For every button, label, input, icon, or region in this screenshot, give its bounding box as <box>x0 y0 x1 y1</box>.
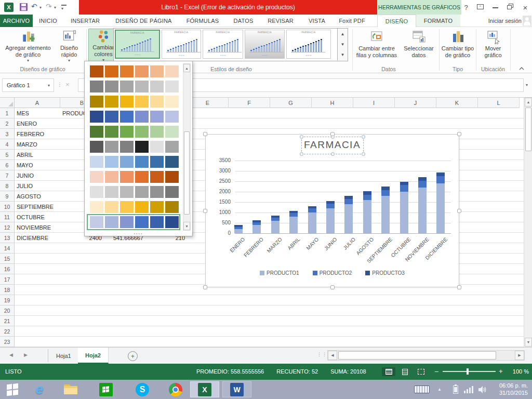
move-chart-button[interactable]: Mover gráfico <box>478 29 508 63</box>
color-swatch[interactable] <box>135 216 149 228</box>
row-header-3[interactable]: 3 <box>0 129 15 139</box>
row-header-22[interactable]: 22 <box>0 326 15 337</box>
color-swatch[interactable] <box>120 65 134 77</box>
row-header-18[interactable]: 18 <box>0 285 15 295</box>
color-swatch[interactable] <box>120 141 134 153</box>
network-signal-icon[interactable] <box>464 386 473 393</box>
grid-cell-A12[interactable]: NOVIEMBRE <box>15 222 60 233</box>
row-header-16[interactable]: 16 <box>0 264 15 274</box>
chart-bar-segment-producto1[interactable] <box>326 208 335 233</box>
horizontal-scrollbar[interactable]: ◀ ▶ <box>327 350 525 361</box>
color-swatch[interactable] <box>90 126 103 138</box>
chart-title[interactable]: FARMACIA <box>206 139 459 151</box>
taskbar-internet-explorer[interactable]: e <box>25 381 54 397</box>
color-swatch[interactable] <box>150 201 164 213</box>
ribbon-tab-revisar[interactable]: REVISAR <box>261 15 300 27</box>
color-swatch[interactable] <box>135 81 149 92</box>
color-swatch[interactable] <box>120 156 134 168</box>
chart-bar-segment-producto2[interactable] <box>418 181 427 188</box>
legend-item-producto1[interactable]: PRODUCTO1 <box>260 270 299 276</box>
chart-selection-handle[interactable] <box>330 285 335 289</box>
color-palette-row-11[interactable] <box>90 216 179 228</box>
chart-bar-segment-producto1[interactable] <box>344 204 353 233</box>
color-swatch[interactable] <box>120 201 134 213</box>
chart-bar-segment-producto2[interactable] <box>326 204 335 208</box>
column-header-L[interactable]: L <box>478 98 520 108</box>
color-palette-row-9[interactable] <box>90 186 179 198</box>
name-box[interactable]: Gráfico 1 ▾ <box>2 78 54 92</box>
color-swatch[interactable] <box>90 216 103 228</box>
excel-logo-icon[interactable]: X <box>4 3 14 12</box>
chart-style-thumbnail-5[interactable]: FARMACIA▪▪ ▪▪ ▪▪ <box>286 30 331 59</box>
chart-bar-segment-producto1[interactable] <box>418 188 427 233</box>
color-swatch[interactable] <box>135 201 149 213</box>
color-swatch[interactable] <box>105 111 118 123</box>
page-break-view-button[interactable] <box>414 367 428 376</box>
scroll-up-icon[interactable]: ▲ <box>525 98 532 107</box>
color-swatch[interactable] <box>90 96 103 108</box>
color-palette-row-7[interactable] <box>90 156 179 168</box>
chart-bar-segment-producto1[interactable] <box>308 212 316 233</box>
gallery-more-icon[interactable]: ▼ <box>337 49 348 60</box>
color-swatch[interactable] <box>90 81 103 92</box>
color-swatch[interactable] <box>165 186 179 198</box>
vertical-scroll-thumb[interactable] <box>525 108 531 151</box>
status-stat-0[interactable]: PROMEDIO: 558.5555556 <box>196 368 264 375</box>
page-layout-view-button[interactable] <box>398 367 411 376</box>
chart-bar-segment-producto3[interactable] <box>418 177 427 181</box>
select-data-button[interactable]: Seleccionar datos <box>400 29 437 63</box>
undo-icon[interactable]: ↶ <box>31 2 37 10</box>
taskbar-chrome[interactable] <box>161 381 190 397</box>
chart-style-thumbnail-4[interactable]: FARMACIA▪▪ ▪▪ ▪▪ <box>245 30 285 59</box>
chart-selection-handle[interactable] <box>203 209 207 213</box>
chart-selection-handle[interactable] <box>330 132 335 136</box>
chart-bar-segment-producto3[interactable] <box>252 220 261 222</box>
sheet-nav-left-icon[interactable]: ◀ <box>9 352 13 357</box>
chart-selection-handle[interactable] <box>457 209 461 213</box>
chart-bar-segment-producto3[interactable] <box>363 191 371 195</box>
column-header-H[interactable]: H <box>312 98 353 108</box>
chart-bar-segment-producto2[interactable] <box>436 176 445 183</box>
color-swatch[interactable] <box>150 96 164 108</box>
color-palette-row-3[interactable] <box>90 96 179 108</box>
zoom-slider-thumb[interactable] <box>467 368 469 375</box>
column-header-E[interactable]: E <box>187 98 229 108</box>
sheet-nav-right-icon[interactable]: ▶ <box>24 352 28 357</box>
zoom-in-button[interactable]: + <box>499 367 503 375</box>
ribbon-tab-dise-o-de-p-gina[interactable]: DISEÑO DE PÁGINA <box>109 15 178 27</box>
color-swatch[interactable] <box>135 156 149 168</box>
menu-scrollbar[interactable]: ▲ ▼ <box>183 63 191 231</box>
color-swatch[interactable] <box>90 171 103 183</box>
qat-customize-caret-icon[interactable]: ▾ <box>61 6 63 11</box>
chart-style-thumbnail-1[interactable]: FARMACIA▪▪ ▪▪ ▪▪ <box>115 30 160 59</box>
color-swatch[interactable] <box>135 141 149 153</box>
color-swatch[interactable] <box>90 201 103 213</box>
add-chart-element-button[interactable]: Agregar elemento de gráfico ▾ <box>3 29 53 63</box>
taskbar-word[interactable]: W <box>222 381 251 397</box>
quick-layout-button[interactable]: Diseño rápido ▾ <box>54 29 84 63</box>
grid-cell-A6[interactable]: MAYO <box>15 160 60 170</box>
row-header-11[interactable]: 11 <box>0 212 15 222</box>
formula-cancel-icon[interactable]: × <box>65 81 70 88</box>
grid-cell-A8[interactable]: JULIO <box>15 181 60 191</box>
color-swatch[interactable] <box>105 156 118 168</box>
normal-view-button[interactable] <box>382 367 395 376</box>
color-swatch[interactable] <box>105 201 118 213</box>
color-swatch[interactable] <box>135 126 149 138</box>
grid-cell-A5[interactable]: ABRIL <box>15 150 60 160</box>
close-button[interactable]: × <box>521 3 530 11</box>
color-swatch[interactable] <box>150 186 164 198</box>
color-swatch[interactable] <box>90 156 103 168</box>
status-stat-2[interactable]: SUMA: 20108 <box>330 368 366 375</box>
row-header-4[interactable]: 4 <box>0 139 15 150</box>
sheet-tab-hoja2[interactable]: Hoja2 <box>78 348 109 364</box>
color-palette-row-8[interactable] <box>90 171 179 183</box>
battery-icon[interactable] <box>453 385 458 394</box>
legend-item-producto2[interactable]: PRODUCTO2 <box>313 270 352 276</box>
zoom-out-button[interactable]: − <box>434 367 438 376</box>
tab-split-grip[interactable]: ⋮⋮ <box>317 352 327 357</box>
color-swatch[interactable] <box>105 81 118 92</box>
color-swatch[interactable] <box>150 141 164 153</box>
grid-cell-A13[interactable]: DICIEMBRE <box>15 233 60 243</box>
column-header-I[interactable]: I <box>353 98 395 108</box>
